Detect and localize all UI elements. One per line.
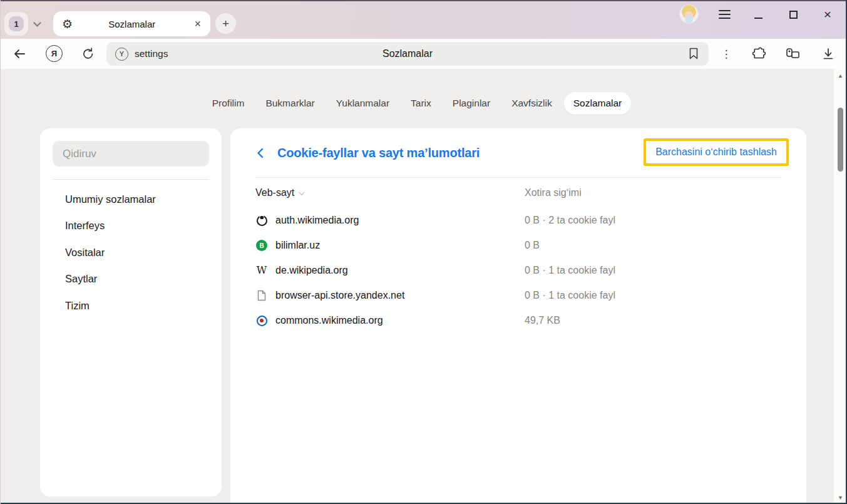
yandex-logo-icon[interactable]: Я	[46, 45, 63, 62]
delete-all-button[interactable]: Barchasini oʻchirib tashlash	[644, 138, 789, 166]
settings-nav-tabs: Profilim Bukmarklar Yuklanmalar Tarix Pl…	[0, 92, 834, 115]
sidebar-item-tizim[interactable]: Tizim	[40, 292, 222, 319]
address-bar[interactable]: Y settings Sozlamalar	[106, 42, 709, 66]
extensions-puzzle-icon[interactable]	[751, 46, 767, 62]
table-row[interactable]: commons.wikimedia.org 49,7 KB	[255, 308, 781, 333]
scroll-up-icon[interactable]: ▲	[834, 73, 847, 79]
sort-chevron-down-icon	[299, 189, 305, 195]
scroll-down-icon[interactable]: ▼	[834, 495, 847, 501]
table-header: Veb-sayt Xotira sigʻimi	[255, 182, 781, 203]
site-badge-icon[interactable]: Y	[115, 48, 128, 61]
tab-list-chevron-down-icon[interactable]	[33, 19, 41, 27]
sidebar-item-interfeys[interactable]: Interfeys	[40, 213, 222, 240]
column-size-label: Xotira sigʻimi	[525, 187, 582, 198]
nav-tab-yuklanmalar[interactable]: Yuklanmalar	[327, 92, 399, 115]
sidebar-divider	[53, 179, 209, 180]
column-site-sort[interactable]: Veb-sayt	[255, 187, 525, 198]
window-border-left	[0, 0, 1, 504]
sidebar-item-vositalar[interactable]: Vositalar	[40, 239, 222, 266]
site-storage: 0 B · 2 ta cookie fayl	[525, 215, 615, 226]
sidebar-item-saytlar[interactable]: Saytlar	[40, 266, 222, 293]
site-domain: auth.wikimedia.org	[275, 215, 525, 226]
nav-tab-plaginlar[interactable]: Plaginlar	[443, 92, 500, 115]
table-row[interactable]: B bilimlar.uz 0 B	[255, 233, 781, 258]
scrollbar-thumb[interactable]	[838, 108, 843, 172]
back-chevron-icon[interactable]	[257, 148, 264, 158]
site-storage: 0 B · 1 ta cookie fayl	[525, 265, 615, 276]
nav-tab-tarix[interactable]: Tarix	[401, 92, 441, 115]
settings-page: Profilim Bukmarklar Yuklanmalar Tarix Pl…	[0, 69, 847, 504]
tab-strip: 1 ⚙ Sozlamalar × + ×	[0, 0, 847, 39]
cookies-panel: Cookie-fayllar va sayt maʼlumotlari Barc…	[230, 128, 806, 504]
column-site-label: Veb-sayt	[255, 187, 294, 198]
profile-avatar[interactable]	[679, 4, 699, 24]
table-row[interactable]: browser-api.store.yandex.net 0 B · 1 ta …	[255, 283, 781, 308]
site-domain: commons.wikimedia.org	[275, 315, 525, 326]
site-storage: 0 B	[525, 240, 540, 251]
tab-title: Sozlamalar	[73, 19, 191, 29]
address-page-title: Sozlamalar	[106, 48, 709, 59]
site-domain: bilimlar.uz	[275, 240, 525, 251]
browser-window: 1 ⚙ Sozlamalar × + × Я Y settings Sozlam…	[0, 0, 847, 504]
new-tab-button[interactable]: +	[215, 13, 236, 34]
tab-counter-button[interactable]: 1	[4, 12, 28, 36]
passwords-key-icon[interactable]	[785, 46, 801, 62]
nav-tab-bukmarklar[interactable]: Bukmarklar	[256, 92, 324, 115]
document-favicon-icon	[257, 290, 266, 301]
nav-tab-sozlamalar[interactable]: Sozlamalar	[564, 92, 632, 115]
commons-favicon-icon	[257, 316, 267, 326]
toolbar-more-icon[interactable]: ⋮	[718, 46, 734, 62]
site-storage: 49,7 KB	[525, 315, 560, 326]
search-input[interactable]	[53, 141, 209, 167]
downloads-icon[interactable]	[820, 46, 836, 62]
reload-button[interactable]	[80, 46, 96, 62]
menu-hamburger-icon[interactable]	[719, 10, 731, 21]
nav-tab-xavfsizlik[interactable]: Xavfsizlik	[502, 92, 562, 115]
page-title: Cookie-fayllar va sayt maʼlumotlari	[277, 146, 480, 160]
bilimlar-favicon-icon: B	[256, 240, 267, 251]
settings-gear-icon: ⚙	[62, 18, 73, 30]
tab-count: 1	[9, 16, 24, 31]
site-domain: browser-api.store.yandex.net	[275, 290, 525, 301]
settings-sidebar: Umumiy sozlamalar Interfeys Vositalar Sa…	[40, 128, 222, 496]
site-list: auth.wikimedia.org 0 B · 2 ta cookie fay…	[255, 208, 781, 333]
table-row[interactable]: auth.wikimedia.org 0 B · 2 ta cookie fay…	[255, 208, 781, 233]
tab-close-icon[interactable]: ×	[191, 18, 204, 31]
browser-toolbar: Я Y settings Sozlamalar ⋮	[0, 39, 847, 69]
nav-tab-profilim[interactable]: Profilim	[203, 92, 254, 115]
back-button[interactable]	[11, 46, 28, 62]
sidebar-items: Umumiy sozlamalar Interfeys Vositalar Sa…	[40, 186, 222, 319]
window-border-top	[0, 0, 847, 1]
bookmark-icon[interactable]	[689, 48, 699, 60]
wikipedia-favicon-icon: W	[257, 265, 267, 275]
sidebar-item-umumiy-sozlamalar[interactable]: Umumiy sozlamalar	[40, 186, 222, 213]
wikimedia-favicon-icon	[257, 215, 267, 226]
site-domain: de.wikipedia.org	[275, 265, 525, 276]
tab-sozlamalar[interactable]: ⚙ Sozlamalar ×	[53, 11, 210, 36]
header-divider	[255, 177, 781, 178]
site-storage: 0 B · 1 ta cookie fayl	[525, 290, 615, 301]
cookies-header: Cookie-fayllar va sayt maʼlumotlari Barc…	[230, 128, 806, 177]
table-row[interactable]: W de.wikipedia.org 0 B · 1 ta cookie fay…	[255, 258, 781, 283]
page-scrollbar[interactable]: ▲ ▼	[834, 69, 847, 504]
window-close-button[interactable]: ×	[817, 4, 838, 25]
window-maximize-button[interactable]	[783, 4, 804, 25]
address-url: settings	[135, 48, 168, 59]
window-minimize-button[interactable]	[747, 4, 769, 25]
